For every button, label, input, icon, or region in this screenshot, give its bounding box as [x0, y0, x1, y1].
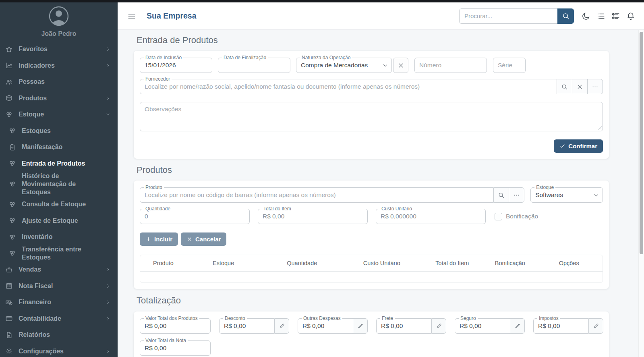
total-item-field: Total do Item	[258, 209, 368, 224]
user-avatar-icon[interactable]	[48, 5, 70, 27]
table-header-estoque: Estoque	[186, 260, 261, 266]
main-content: Entrada de Produtos Data de Inclusão Dat…	[118, 30, 638, 357]
ellipsis-icon	[513, 192, 520, 199]
table-header-bonificacao: Bonificação	[485, 260, 535, 266]
natureza-operacao-select[interactable]: Natureza da Operação Compra de Mercadori…	[296, 58, 392, 73]
sidebar-item-produtos[interactable]: Produtos	[0, 90, 118, 107]
invoice-icon	[5, 282, 13, 290]
produto-field: Produto	[140, 187, 494, 203]
table-header-quantidade: Quantidade	[260, 260, 344, 266]
table-header-custo-unitario: Custo Unitário	[344, 260, 420, 266]
observations-textarea[interactable]	[140, 102, 603, 131]
sidebar-item-consulta-de-estoque[interactable]: Consulta de Estoque	[0, 196, 118, 213]
products-table: Produto Estoque Quantidade Custo Unitári…	[140, 255, 603, 283]
totalizacao-section-title: Totalização	[137, 295, 625, 306]
cancelar-button[interactable]: Cancelar	[181, 232, 226, 246]
sidebar-item-configuracoes[interactable]: Configurações	[0, 343, 118, 357]
totalizacao-card: Valor Total dos Produtos Desconto Outras…	[134, 311, 609, 357]
impostos-field: Impostos	[533, 318, 589, 334]
sidebar-item-inventario[interactable]: Inventário	[0, 229, 118, 245]
user-name: João Pedro	[0, 30, 118, 37]
fornecedor-search-button[interactable]	[557, 79, 572, 94]
search-icon	[498, 192, 505, 199]
search-icon	[562, 12, 570, 20]
estoque-label: Estoque	[534, 185, 555, 190]
valor-total-nota-field: Valor Total da Nota	[140, 340, 211, 356]
produto-input[interactable]	[140, 188, 493, 202]
edit-impostos-button[interactable]	[589, 318, 603, 334]
stock-cluster-icon	[8, 217, 16, 224]
window-top-strip	[0, 0, 644, 2]
serie-input[interactable]	[493, 58, 525, 73]
seguro-label: Seguro	[459, 315, 478, 321]
list-icon[interactable]	[596, 12, 605, 21]
valor-total-produtos-label: Valor Total dos Produtos	[144, 315, 199, 321]
sidebar-item-indicadores[interactable]: Indicadores	[0, 58, 118, 74]
resize-handle[interactable]	[598, 126, 602, 130]
sidebar-item-nota-fiscal[interactable]: Nota Fiscal	[0, 278, 118, 295]
edit-outras-despesas-button[interactable]	[353, 318, 368, 334]
chevron-right-icon	[105, 267, 111, 272]
sidebar-item-estoques[interactable]: Estoques	[0, 123, 118, 139]
vertical-scrollbar[interactable]	[638, 30, 644, 357]
fornecedor-field: Fornecedor	[140, 79, 557, 94]
data-inclusao-label: Data de Inclusão	[144, 55, 183, 60]
tasks-checklist-icon[interactable]	[611, 12, 620, 21]
total-item-label: Total do Item	[262, 206, 293, 212]
fornecedor-clear-button[interactable]	[572, 79, 588, 94]
stock-cluster-icon	[8, 249, 16, 257]
global-search	[459, 8, 574, 24]
dark-mode-moon-icon[interactable]	[582, 12, 590, 21]
close-icon	[186, 236, 193, 242]
entrada-card: Data de Inclusão Data de Finalização Nat…	[134, 51, 609, 159]
hamburger-menu-icon[interactable]	[127, 12, 136, 21]
company-name: Sua Empresa	[147, 11, 197, 21]
edit-frete-button[interactable]	[432, 318, 446, 334]
page-title: Entrada de Produtos	[137, 35, 625, 46]
produto-search-button[interactable]	[494, 187, 509, 203]
search-button[interactable]	[557, 8, 574, 24]
sidebar-item-relatorios[interactable]: Relatórios	[0, 327, 118, 343]
people-icon	[5, 78, 13, 86]
produto-more-button[interactable]	[509, 187, 524, 203]
report-file-icon	[5, 331, 13, 339]
sidebar-item-contabilidade[interactable]: Contabilidade	[0, 311, 118, 327]
numero-input[interactable]	[415, 58, 487, 73]
sidebar-item-pessoas[interactable]: Pessoas	[0, 74, 118, 90]
fornecedor-more-button[interactable]	[588, 79, 603, 94]
plus-icon	[145, 236, 151, 242]
basket-icon	[5, 266, 13, 274]
sidebar-item-entrada-de-produtos[interactable]: Entrada de Produtos	[0, 156, 118, 172]
edit-desconto-button[interactable]	[275, 318, 289, 334]
desconto-field: Desconto	[219, 318, 275, 334]
stock-cluster-icon	[5, 111, 13, 118]
sidebar-item-financeiro[interactable]: Financeiro	[0, 294, 118, 311]
search-input[interactable]	[459, 8, 557, 24]
scrollbar-thumb[interactable]	[640, 32, 643, 254]
incluir-button[interactable]: Incluir	[140, 232, 178, 246]
sidebar-item-vendas[interactable]: Vendas	[0, 262, 118, 278]
sidebar-item-ajuste-de-estoque[interactable]: Ajuste de Estoque	[0, 213, 118, 229]
clipboard-check-icon	[8, 143, 16, 151]
edit-seguro-button[interactable]	[510, 318, 525, 334]
estoque-select[interactable]: Estoque Softwares	[530, 187, 603, 203]
notifications-bell-icon[interactable]	[626, 12, 635, 21]
pencil-icon	[514, 323, 521, 329]
quantidade-label: Quantidade	[144, 206, 172, 212]
chevron-right-icon	[105, 299, 111, 305]
sidebar: João Pedro Favoritos Indicadores Pessoas…	[0, 0, 118, 357]
custo-unitario-label: Custo Unitário	[380, 206, 414, 212]
sidebar-item-manifestacao[interactable]: Manifestação	[0, 139, 118, 156]
pencil-icon	[593, 323, 599, 329]
fornecedor-input[interactable]	[140, 79, 557, 94]
pencil-icon	[357, 323, 364, 329]
clear-natureza-button[interactable]	[393, 58, 408, 73]
frete-field: Frete	[376, 318, 432, 334]
sidebar-item-estoque[interactable]: Estoque	[0, 106, 118, 123]
sidebar-item-historico-movimentacao-estoques[interactable]: Histórico de Movimentação de Estoques	[0, 172, 118, 196]
confirmar-button[interactable]: Confirmar	[554, 139, 603, 153]
products-table-header: Produto Estoque Quantidade Custo Unitári…	[140, 255, 603, 272]
sidebar-item-transferencia-entre-estoques[interactable]: Transferência entre Estoques	[0, 245, 118, 262]
bonificacao-checkbox[interactable]	[495, 213, 502, 220]
sidebar-item-favoritos[interactable]: Favoritos	[0, 41, 118, 58]
